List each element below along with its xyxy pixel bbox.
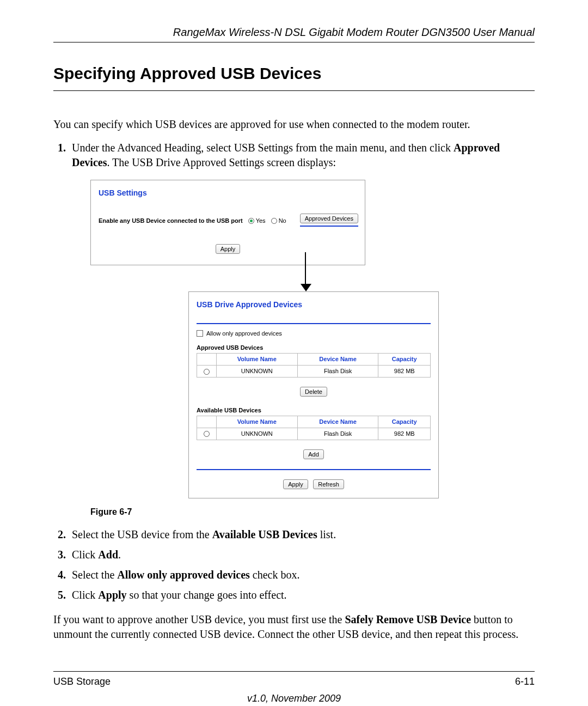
arrow-head-icon	[301, 284, 311, 291]
closing-a: If you want to approve another USB devic…	[53, 613, 345, 625]
step-4: Select the Allow only approved devices c…	[69, 568, 535, 582]
enable-no-label: No	[279, 217, 286, 225]
figure-caption: Figure 6-7	[90, 506, 535, 518]
usb-settings-panel: USB Settings Enable any USB Device conne…	[90, 180, 365, 265]
col-device: Device Name	[297, 416, 378, 428]
cell-device: Flash Disk	[297, 428, 378, 440]
step-2-bold: Available USB Devices	[212, 528, 317, 540]
col-volume: Volume Name	[216, 354, 297, 366]
available-usb-table: Volume Name Device Name Capacity UNKNOWN…	[197, 416, 431, 440]
step-3-text-a: Click	[72, 549, 98, 561]
step-1-text-c: . The USB Drive Approved Settings screen…	[107, 156, 336, 168]
step-2-text-a: Select the USB device from the	[72, 528, 212, 540]
arrow-line-icon	[305, 252, 306, 286]
usb-settings-title: USB Settings	[99, 188, 357, 198]
section-title: Specifying Approved USB Devices	[53, 64, 535, 91]
refresh-button[interactable]: Refresh	[313, 479, 344, 489]
radio-dot-icon	[248, 218, 254, 224]
approved-usb-heading: Approved USB Devices	[197, 344, 431, 352]
delete-button[interactable]: Delete	[300, 387, 327, 397]
step-5-bold: Apply	[98, 589, 126, 601]
cell-capacity: 982 MB	[378, 366, 431, 378]
col-capacity: Capacity	[378, 354, 431, 366]
page-footer: USB Storage 6-11 v1.0, November 2009	[53, 671, 535, 704]
approved-devices-highlight: Approved Devices	[300, 214, 358, 227]
step-3: Click Add.	[69, 547, 535, 562]
table-row[interactable]: UNKNOWN Flash Disk 982 MB	[197, 366, 431, 378]
apply-button-top[interactable]: Apply	[216, 244, 241, 254]
cell-volume: UNKNOWN	[216, 428, 297, 440]
step-3-text-c: .	[118, 549, 121, 561]
closing-bold: Safely Remove USB Device	[345, 613, 471, 625]
footer-right: 6-11	[515, 676, 535, 687]
step-2: Select the USB device from the Available…	[69, 527, 535, 542]
closing-paragraph: If you want to approve another USB devic…	[53, 612, 535, 642]
enable-yes-label: Yes	[256, 217, 266, 225]
enable-yes-radio[interactable]: Yes	[248, 217, 266, 225]
table-row[interactable]: UNKNOWN Flash Disk 982 MB	[197, 428, 431, 440]
step-5-text-c: so that your change goes into effect.	[127, 589, 287, 601]
col-device: Device Name	[297, 354, 378, 366]
approved-devices-button[interactable]: Approved Devices	[300, 214, 358, 223]
step-4-bold: Allow only approved devices	[117, 569, 250, 581]
steps-list: Under the Advanced Heading, select USB S…	[53, 141, 535, 602]
step-1: Under the Advanced Heading, select USB S…	[69, 141, 535, 518]
cell-capacity: 982 MB	[378, 428, 431, 440]
step-1-text-a: Under the Advanced Heading, select USB S…	[72, 142, 454, 154]
cell-device: Flash Disk	[297, 366, 378, 378]
step-5: Click Apply so that your change goes int…	[69, 588, 535, 602]
divider-icon	[197, 323, 431, 324]
step-4-text-a: Select the	[72, 569, 117, 581]
cell-volume: UNKNOWN	[216, 366, 297, 378]
divider-icon	[197, 469, 431, 470]
step-5-text-a: Click	[72, 589, 98, 601]
allow-only-label: Allow only approved devices	[206, 330, 282, 338]
enable-no-radio[interactable]: No	[271, 217, 286, 225]
add-button[interactable]: Add	[303, 449, 324, 459]
footer-version: v1.0, November 2009	[53, 693, 535, 704]
figure-area: USB Settings Enable any USB Device conne…	[90, 180, 535, 498]
running-header: RangeMax Wireless-N DSL Gigabit Modem Ro…	[53, 26, 535, 42]
col-capacity: Capacity	[378, 416, 431, 428]
available-usb-heading: Available USB Devices	[197, 406, 431, 415]
allow-only-checkbox[interactable]	[197, 330, 203, 337]
apply-button-bottom[interactable]: Apply	[283, 479, 308, 489]
table-header-row: Volume Name Device Name Capacity	[197, 354, 431, 366]
table-header-row: Volume Name Device Name Capacity	[197, 416, 431, 428]
step-2-text-c: list.	[317, 528, 336, 540]
radio-dot-icon	[271, 218, 277, 224]
approved-devices-title: USB Drive Approved Devices	[197, 300, 431, 310]
col-volume: Volume Name	[216, 416, 297, 428]
callout-arrow	[90, 265, 365, 291]
step-3-bold: Add	[98, 549, 118, 561]
approved-usb-table: Volume Name Device Name Capacity UNKNOWN…	[197, 353, 431, 378]
enable-usb-label: Enable any USB Device connected to the U…	[99, 217, 243, 225]
row-select-radio[interactable]	[204, 431, 210, 437]
footer-left: USB Storage	[53, 676, 111, 687]
intro-paragraph: You can specify which USB devices are ap…	[53, 117, 535, 132]
step-4-text-c: check box.	[250, 569, 300, 581]
row-select-radio[interactable]	[204, 369, 210, 375]
approved-devices-panel: USB Drive Approved Devices Allow only ap…	[188, 291, 439, 498]
